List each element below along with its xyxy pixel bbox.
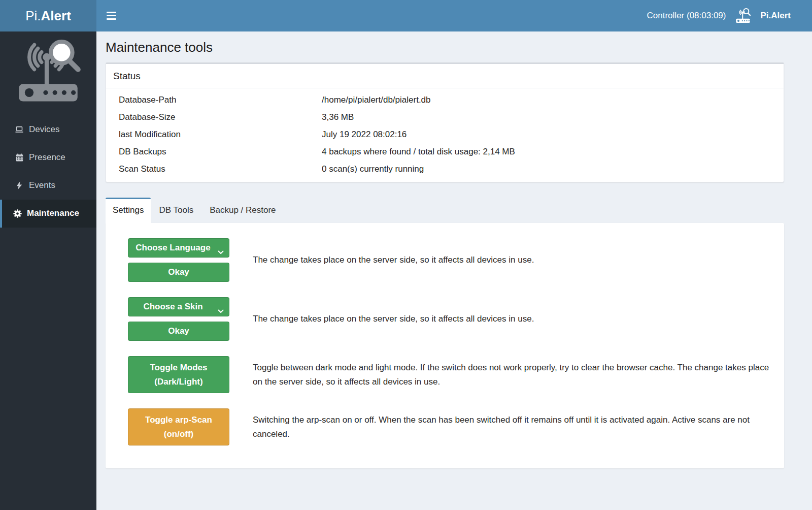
choose-skin-select-label: Choose a Skin	[143, 302, 202, 312]
status-table: Database-Path /home/pi/pialert/db/pialer…	[106, 88, 784, 182]
status-panel-title: Status	[106, 64, 784, 88]
toggle-arp-scan-button[interactable]: Toggle arp-Scan (on/off)	[128, 408, 229, 445]
status-row-scan-status: Scan Status 0 scan(s) currently running	[106, 161, 784, 178]
status-panel: Status Database-Path /home/pi/pialert/db…	[106, 62, 784, 182]
status-row-value: 4 backups where found / total disk usage…	[322, 147, 515, 157]
status-row-label: DB Backups	[119, 147, 322, 157]
sidebar-menu: Devices Presence	[0, 116, 96, 228]
skin-controls: Choose a Skin Okay	[128, 297, 229, 341]
status-row-value: 3,36 MB	[322, 112, 354, 122]
status-row-database-path: Database-Path /home/pi/pialert/db/pialer…	[106, 91, 784, 109]
sidebar-item-label: Presence	[29, 152, 65, 163]
toggle-arp-scan-button-line1: Toggle arp-Scan	[145, 413, 212, 427]
chevron-down-icon	[218, 247, 224, 257]
app-logo[interactable]: Pi.Alert	[0, 0, 96, 31]
language-controls: Choose Language Okay	[128, 238, 229, 282]
status-row-db-backups: DB Backups 4 backups where found / total…	[106, 143, 784, 161]
hamburger-icon[interactable]	[96, 0, 126, 31]
sidebar-item-devices[interactable]: Devices	[0, 116, 96, 144]
bolt-icon	[14, 181, 24, 190]
navbar: Controller (08:03:09)	[96, 0, 812, 31]
status-row-label: Database-Path	[119, 95, 322, 105]
toggle-arp-scan-description: Switching the arp-scan on or off. When t…	[253, 413, 774, 441]
controller-status[interactable]: Controller (08:03:09)	[647, 11, 726, 21]
skin-setting-description: The change takes place on the server sid…	[253, 312, 534, 326]
status-row-label: Scan Status	[119, 164, 322, 174]
choose-language-select-label: Choose Language	[136, 243, 210, 253]
sidebar-item-label: Events	[29, 180, 55, 190]
main-content: Maintenance tools Status Database-Path /…	[96, 31, 812, 510]
sidebar-item-label: Devices	[29, 124, 59, 135]
status-row-value: 0 scan(s) currently running	[322, 164, 424, 174]
language-setting-row: Choose Language Okay The change takes pl…	[128, 238, 774, 282]
toggle-arp-scan-row: Toggle arp-Scan (on/off) Switching the a…	[128, 408, 774, 445]
toggle-modes-description: Toggle between dark mode and light mode.…	[253, 361, 774, 389]
toggle-modes-button[interactable]: Toggle Modes (Dark/Light)	[128, 356, 229, 393]
sidebar: Devices Presence	[0, 31, 96, 510]
status-row-value: /home/pi/pialert/db/pialert.db	[322, 95, 431, 105]
status-row-label: last Modification	[119, 130, 322, 140]
choose-language-select[interactable]: Choose Language	[128, 238, 229, 258]
toggle-arp-scan-controls: Toggle arp-Scan (on/off)	[128, 408, 229, 445]
status-row-last-modification: last Modification July 19 2022 08:02:16	[106, 126, 784, 143]
status-row-value: July 19 2022 08:02:16	[322, 130, 407, 140]
gear-icon	[12, 209, 22, 218]
calendar-icon	[14, 153, 24, 162]
settings-tab-panel: Choose Language Okay The change takes pl…	[106, 223, 784, 468]
tab-db-tools[interactable]: DB Tools	[151, 198, 201, 223]
sidebar-item-label: Maintenance	[27, 208, 79, 218]
router-scan-logo	[10, 40, 87, 104]
logo-prefix: Pi.	[25, 8, 41, 24]
logo-suffix: Alert	[41, 8, 71, 24]
toggle-modes-row: Toggle Modes (Dark/Light) Toggle between…	[128, 356, 774, 393]
toggle-modes-button-line2: (Dark/Light)	[154, 375, 202, 389]
toggle-modes-controls: Toggle Modes (Dark/Light)	[128, 356, 229, 393]
top-navbar: Pi.Alert Controller (08:03:09)	[0, 0, 812, 31]
sidebar-item-presence[interactable]: Presence	[0, 144, 96, 172]
navbar-brand-label[interactable]: Pi.Alert	[760, 11, 791, 21]
chevron-down-icon	[218, 306, 224, 316]
tab-bar: Settings DB Tools Backup / Restore	[106, 198, 784, 223]
tab-backup-restore[interactable]: Backup / Restore	[201, 198, 284, 223]
toggle-arp-scan-button-line2: (on/off)	[164, 427, 194, 441]
language-setting-description: The change takes place on the server sid…	[253, 253, 534, 267]
toggle-modes-button-line1: Toggle Modes	[150, 361, 207, 375]
status-row-label: Database-Size	[119, 112, 322, 122]
skin-okay-button[interactable]: Okay	[128, 322, 229, 341]
skin-setting-row: Choose a Skin Okay The change takes plac…	[128, 297, 774, 341]
router-scan-icon	[733, 8, 753, 23]
sidebar-item-maintenance[interactable]: Maintenance	[0, 200, 96, 228]
sidebar-item-events[interactable]: Events	[0, 172, 96, 200]
laptop-icon	[14, 125, 24, 134]
navbar-right: Controller (08:03:09)	[647, 8, 812, 23]
language-okay-button[interactable]: Okay	[128, 263, 229, 282]
page-title: Maintenance tools	[106, 31, 784, 62]
tab-settings[interactable]: Settings	[106, 198, 151, 223]
status-row-database-size: Database-Size 3,36 MB	[106, 109, 784, 126]
choose-skin-select[interactable]: Choose a Skin	[128, 297, 229, 316]
